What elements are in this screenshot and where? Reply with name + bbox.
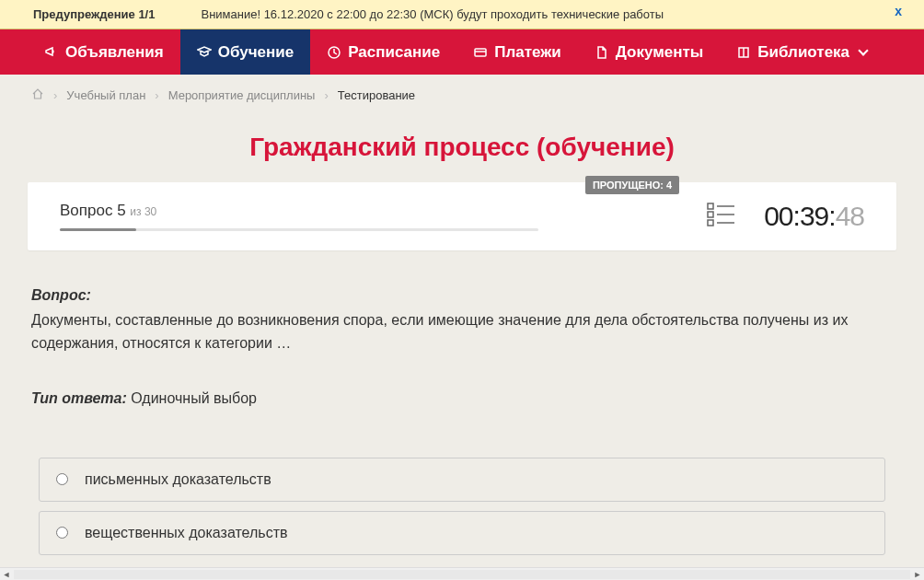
question-text: Документы, составленные до возникновения… (31, 309, 893, 355)
nav-documents[interactable]: Документы (578, 29, 721, 75)
scroll-right-arrow[interactable]: ► (911, 568, 924, 581)
svg-rect-2 (708, 203, 713, 209)
alert-text: Внимание! 16.12.2020 с 22:00 до 22:30 (М… (201, 7, 909, 21)
nav-label: Расписание (348, 43, 440, 62)
question-counter: Вопрос 5 из 30 (60, 202, 679, 220)
option-label: вещественных доказательств (85, 525, 287, 541)
question-content: Вопрос: Документы, составленные до возни… (0, 250, 924, 555)
nav-payments[interactable]: Платежи (456, 29, 578, 75)
breadcrumb-plan[interactable]: Учебный план (66, 88, 145, 102)
nav-label: Документы (616, 43, 704, 62)
progress-fill (60, 228, 136, 231)
main-nav: Объявления Обучение Расписание Платежи Д… (0, 29, 924, 75)
nav-label: Объявления (65, 43, 164, 62)
svg-rect-4 (708, 212, 713, 217)
option-radio[interactable] (56, 473, 68, 485)
timer-ms: 48 (836, 201, 864, 231)
nav-label: Платежи (494, 43, 561, 62)
payment-icon (473, 45, 488, 60)
nav-label: Библиотека (757, 43, 849, 62)
question-label: Вопрос: (31, 287, 893, 304)
scroll-left-arrow[interactable]: ◄ (0, 568, 13, 581)
scroll-track[interactable] (14, 570, 910, 579)
option-label: письменных доказательств (85, 471, 271, 488)
question-progress: Вопрос 5 из 30 ПРОПУЩЕНО: 4 (60, 202, 679, 231)
home-icon[interactable] (31, 87, 44, 103)
clock-icon (327, 45, 341, 60)
answer-type-value: Одиночный выбор (131, 390, 257, 406)
horizontal-scrollbar[interactable]: ◄ ► (0, 567, 924, 580)
answer-options: письменных доказательств вещественных до… (31, 458, 893, 555)
svg-rect-6 (708, 220, 713, 226)
option-2[interactable]: вещественных доказательств (39, 511, 885, 555)
chevron-right-icon: › (53, 88, 57, 102)
question-word: Вопрос (60, 202, 112, 219)
chevron-down-icon (858, 45, 868, 55)
question-of: из (130, 205, 141, 218)
skipped-badge: ПРОПУЩЕНО: 4 (585, 176, 679, 194)
nav-label: Обучение (218, 43, 294, 62)
megaphone-icon (44, 45, 59, 60)
breadcrumb: › Учебный план › Мероприятие дисциплины … (0, 75, 924, 116)
chevron-right-icon: › (155, 88, 158, 102)
book-icon (736, 45, 751, 60)
question-total: 30 (144, 205, 156, 218)
page-title: Гражданский процесс (обучение) (0, 116, 924, 182)
list-icon (707, 202, 736, 227)
nav-library[interactable]: Библиотека (720, 29, 884, 75)
breadcrumb-current: Тестирование (338, 88, 415, 102)
close-icon[interactable]: x (895, 4, 902, 18)
answer-type-row: Тип ответа: Одиночный выбор (31, 390, 893, 407)
question-current: 5 (117, 202, 125, 219)
nav-announcements[interactable]: Объявления (28, 29, 180, 75)
answer-type-label: Тип ответа: (31, 390, 127, 406)
option-radio[interactable] (56, 527, 68, 539)
breadcrumb-event[interactable]: Мероприятие дисциплины (168, 88, 316, 102)
progress-bar (60, 228, 538, 231)
document-icon (595, 45, 609, 60)
nav-schedule[interactable]: Расписание (310, 29, 456, 75)
graduation-cap-icon (197, 45, 212, 60)
alert-title: Предупреждение 1/1 (33, 7, 155, 21)
timer-mm: 00 (764, 201, 792, 231)
question-list-button[interactable] (707, 202, 736, 231)
option-1[interactable]: письменных доказательств (39, 458, 885, 502)
question-status-bar: Вопрос 5 из 30 ПРОПУЩЕНО: 4 00:39:48 (28, 182, 896, 250)
timer: 00:39:48 (764, 201, 864, 232)
timer-ss: 39 (800, 201, 828, 231)
nav-learning[interactable]: Обучение (180, 29, 310, 75)
alert-bar: Предупреждение 1/1 Внимание! 16.12.2020 … (0, 0, 924, 29)
svg-rect-1 (475, 49, 486, 56)
chevron-right-icon: › (324, 88, 328, 102)
